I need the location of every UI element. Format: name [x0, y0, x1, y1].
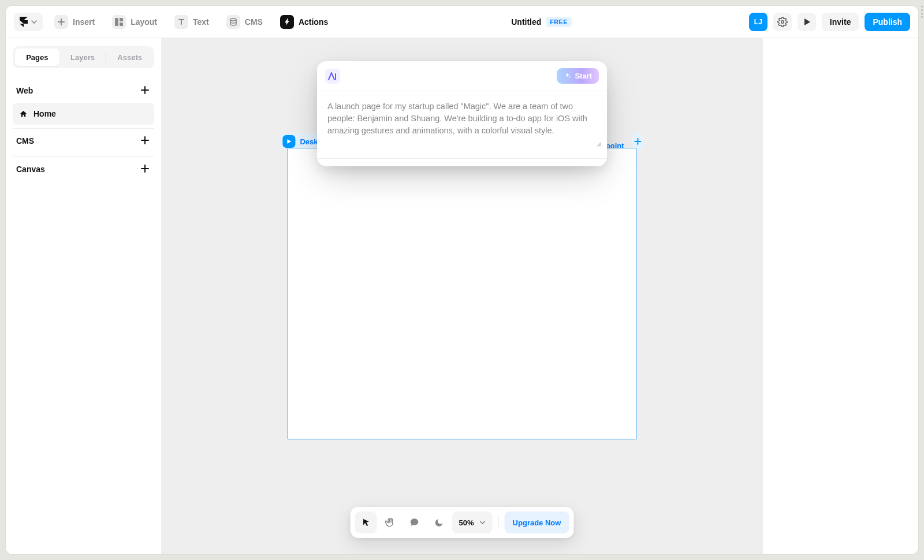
toolbar-item-label: Actions: [299, 17, 328, 27]
canvas-frame[interactable]: [288, 148, 636, 439]
invite-button[interactable]: Invite: [822, 13, 859, 31]
layout-icon: [112, 15, 126, 29]
ai-start-button[interactable]: Start: [557, 68, 599, 84]
top-toolbar: Insert Layout Text CMS: [6, 6, 918, 38]
plus-icon: [140, 164, 150, 173]
add-web-page-button[interactable]: [140, 85, 151, 96]
user-avatar[interactable]: LJ: [749, 13, 767, 31]
document-title[interactable]: Untitled: [511, 17, 541, 27]
section-web: Web Home: [13, 79, 154, 125]
plus-square-icon: [54, 15, 68, 29]
section-title: Web: [16, 86, 33, 95]
hand-icon: [385, 517, 396, 528]
toolbar-text[interactable]: Text: [169, 13, 215, 31]
svg-point-3: [230, 18, 236, 21]
publish-button[interactable]: Publish: [865, 13, 910, 31]
home-icon: [18, 109, 28, 118]
svg-rect-1: [120, 18, 123, 21]
section-title: Canvas: [16, 165, 45, 174]
text-icon: [174, 15, 188, 29]
add-canvas-button[interactable]: [140, 164, 151, 174]
plus-icon: [140, 85, 150, 95]
ai-start-label: Start: [575, 72, 592, 80]
add-cms-button[interactable]: [140, 136, 151, 146]
left-sidebar: Pages Layers Assets Web Home: [6, 38, 162, 554]
page-item-home[interactable]: Home: [13, 103, 154, 125]
tool-hand[interactable]: [379, 512, 401, 533]
plan-badge[interactable]: FREE: [546, 17, 572, 27]
database-icon: [226, 15, 240, 29]
framer-logo-icon: [20, 17, 28, 27]
tool-theme[interactable]: [428, 512, 450, 533]
tool-comment[interactable]: [404, 512, 426, 533]
bottom-toolbar: 50% Upgrade Now: [351, 507, 574, 538]
toolbar-item-label: Text: [193, 17, 209, 27]
canvas[interactable]: Desktop Add Breakpoint: [162, 38, 762, 554]
ai-popover-footer: [317, 158, 607, 166]
tab-pages[interactable]: Pages: [15, 48, 59, 66]
page-item-label: Home: [33, 109, 56, 118]
comment-icon: [409, 517, 420, 528]
window-resize-grip[interactable]: [921, 6, 923, 18]
zoom-dropdown[interactable]: 50%: [452, 512, 493, 533]
main-menu-button[interactable]: [14, 13, 43, 31]
plus-icon: [634, 137, 642, 145]
bottom-bar-separator: [498, 516, 499, 529]
settings-button[interactable]: [773, 13, 792, 31]
zoom-value: 50%: [459, 518, 474, 527]
section-cms: CMS: [13, 128, 154, 153]
gear-icon: [777, 17, 788, 27]
svg-rect-0: [115, 18, 118, 26]
tab-divider: [106, 53, 106, 62]
bolt-icon: [280, 15, 294, 29]
moon-icon: [434, 518, 444, 528]
right-inspector: [762, 38, 918, 554]
preview-button[interactable]: [798, 13, 816, 31]
chevron-down-icon: [480, 520, 486, 525]
toolbar-cms[interactable]: CMS: [221, 13, 269, 31]
ai-generate-popover: Start ◢: [317, 61, 607, 166]
tab-layers[interactable]: Layers: [61, 48, 105, 66]
toolbar-layout[interactable]: Layout: [106, 13, 163, 31]
add-breakpoint-button[interactable]: [632, 134, 644, 149]
section-title: CMS: [16, 136, 34, 145]
upgrade-button[interactable]: Upgrade Now: [505, 512, 569, 533]
play-square-icon: [282, 135, 295, 148]
cursor-icon: [361, 517, 371, 528]
chevron-down-icon: [31, 19, 37, 25]
toolbar-item-label: Layout: [131, 17, 157, 27]
toolbar-actions[interactable]: Actions: [274, 13, 334, 31]
svg-rect-2: [120, 23, 123, 26]
toolbar-insert[interactable]: Insert: [49, 13, 100, 31]
app-window: Insert Layout Text CMS: [6, 6, 918, 554]
play-icon: [802, 17, 811, 27]
section-canvas: Canvas: [13, 156, 154, 181]
tab-assets[interactable]: Assets: [107, 48, 152, 66]
sidebar-tabs: Pages Layers Assets: [13, 46, 154, 68]
ai-prompt-input[interactable]: [326, 99, 598, 145]
sparkle-icon: [564, 72, 571, 80]
svg-point-4: [781, 20, 784, 23]
toolbar-item-label: Insert: [73, 17, 95, 27]
tool-select[interactable]: [355, 512, 377, 533]
toolbar-item-label: CMS: [245, 17, 263, 27]
plus-icon: [140, 136, 150, 145]
ai-logo-icon: [325, 69, 340, 84]
